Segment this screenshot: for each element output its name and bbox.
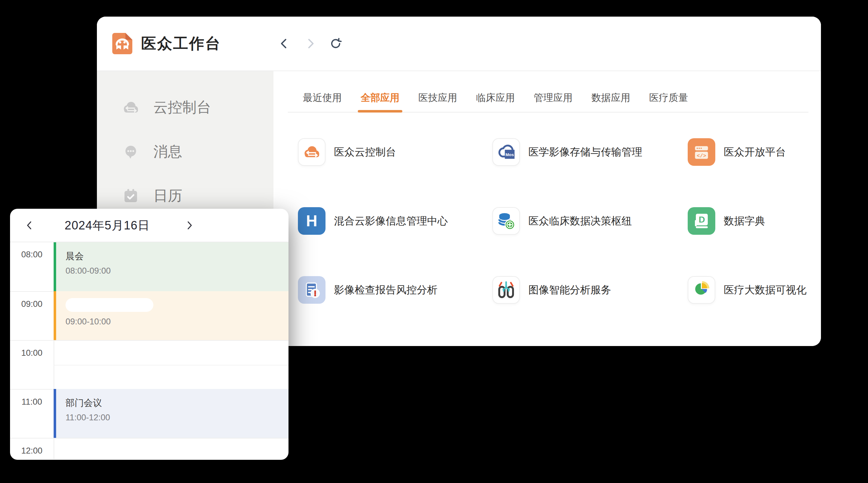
tab-data[interactable]: 数据应用 [591,92,630,104]
app-hybrid-imaging-center[interactable]: H 混合云影像信息管理中心 [298,207,492,235]
database-plus-icon [492,207,520,235]
refresh-icon [329,37,343,51]
event-title: 部门会议 [66,397,288,409]
chevron-left-icon [278,37,291,51]
tab-management[interactable]: 管理应用 [534,92,572,104]
time-label: 10:00 [10,348,54,358]
sidebar-item-label: 消息 [153,142,182,161]
sidebar-item-messages[interactable]: 消息 [97,129,274,174]
calendar-event-morning-meeting[interactable]: 晨会 08:00-09:00 [54,242,288,291]
tab-quality[interactable]: 医疗质量 [649,92,688,104]
svg-text:Mos: Mos [505,152,514,157]
sidebar-item-cloud-console[interactable]: 云控制台 [97,85,274,129]
app-image-ai-service[interactable]: 图像智能分析服务 [492,276,688,304]
app-label: 数据字典 [724,214,765,228]
time-label: 12:00 [10,446,54,456]
cloud-transfer-icon [121,98,140,117]
time-label: 08:00 [10,250,54,260]
svg-text:D: D [699,215,705,224]
app-label: 图像智能分析服务 [528,283,611,297]
app-label: 混合云影像信息管理中心 [334,214,448,228]
forward-button[interactable] [303,37,317,51]
sidebar-item-label: 日历 [153,186,182,205]
tab-medtech[interactable]: 医技应用 [418,92,457,104]
app-label: 医学影像存储与传输管理 [528,145,642,159]
lungs-icon [492,276,520,304]
app-grid: 医众云控制台 Mos 医学影像存储与传输管理 [298,138,815,345]
app-label: 医众临床数据决策枢纽 [528,214,632,228]
event-time: 11:00-12:00 [66,413,288,422]
hour-row: 12:00 [10,438,288,460]
redacted-event-title [66,298,153,312]
calendar-event-department-meeting[interactable]: 部门会议 11:00-12:00 [54,389,288,438]
chevron-left-icon [23,219,36,232]
chevron-right-icon [183,219,196,232]
chevron-right-icon [303,37,317,51]
dictionary-book-icon: D [688,207,715,235]
tab-clinical[interactable]: 临床应用 [476,92,515,104]
tab-recent[interactable]: 最近使用 [303,92,342,104]
back-button[interactable] [278,37,291,51]
app-label: 医疗大数据可视化 [724,283,807,297]
calendar-date: 2024年5月16日 [44,217,170,233]
tab-bar: 最近使用 全部应用 医技应用 临床应用 管理应用 数据应用 医疗质量 [274,71,821,104]
calendar-day-grid: 08:00 09:00 10:00 11:00 12:00 晨会 08:00-0… [10,242,288,459]
app-open-platform[interactable]: </> 医众开放平台 [688,138,815,166]
calendar-check-icon [121,187,140,205]
event-title: 晨会 [66,251,288,262]
app-logo-icon [112,33,132,54]
report-warning-icon [298,276,326,304]
content-area: 最近使用 全部应用 医技应用 临床应用 管理应用 数据应用 医疗质量 [274,71,821,346]
message-bubble-icon [121,142,140,161]
app-label: 影像检查报告风控分析 [334,283,437,297]
sidebar-item-label: 云控制台 [153,98,211,117]
app-clinical-data-hub[interactable]: 医众临床数据决策枢纽 [492,207,688,235]
calendar-header: 2024年5月16日 [10,209,288,242]
svg-text:</>: </> [697,153,706,159]
cloud-sliders-icon [298,138,326,166]
calendar-next-day-button[interactable] [183,219,196,232]
window-header: 医众工作台 [97,17,821,70]
app-imaging-storage[interactable]: Mos 医学影像存储与传输管理 [492,138,688,166]
code-window-icon: </> [688,138,715,166]
event-time: 08:00-09:00 [66,266,288,276]
refresh-button[interactable] [329,37,343,51]
calendar-prev-day-button[interactable] [23,219,36,232]
calendar-event-redacted[interactable]: 09:00-10:00 [54,291,288,340]
hour-row: 10:00 [10,340,288,389]
time-label: 09:00 [10,299,54,309]
calendar-panel: 2024年5月16日 08:00 09:00 10:00 11:00 12:00… [10,209,288,460]
app-title: 医众工作台 [141,34,221,54]
app-label: 医众开放平台 [724,145,786,159]
app-cloud-console[interactable]: 医众云控制台 [298,138,492,166]
app-data-dictionary[interactable]: D 数据字典 [688,207,815,235]
event-time: 09:00-10:00 [66,317,288,327]
browser-nav [278,17,343,70]
pie-chart-icon [688,276,715,304]
app-report-risk-analysis[interactable]: 影像检查报告风控分析 [298,276,492,304]
time-label: 11:00 [10,397,54,407]
tab-all-apps[interactable]: 全部应用 [361,92,400,104]
letter-h-icon: H [298,207,326,235]
mos-cloud-icon: Mos [492,138,520,166]
app-label: 医众云控制台 [334,145,396,159]
app-big-data-visualization[interactable]: 医疗大数据可视化 [688,276,815,304]
